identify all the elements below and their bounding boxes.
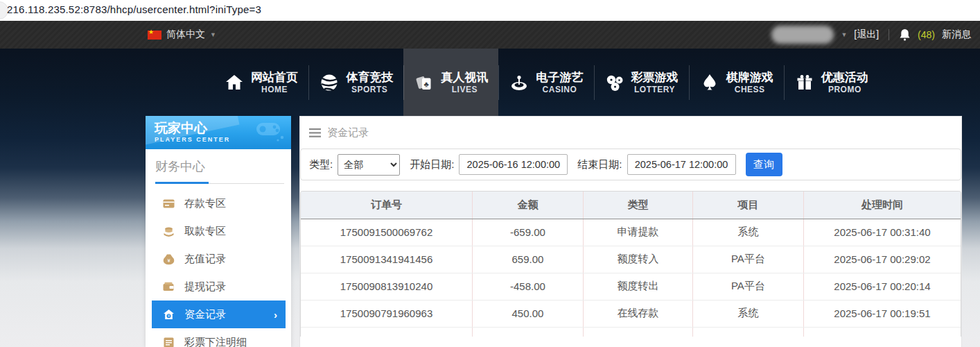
nav-label-en: CASINO (536, 85, 583, 95)
browser-url-bar: 216.118.235.52:8783/hhcp/usercenter.html… (0, 0, 980, 21)
table-header-row: 订单号 金额 类型 项目 处理时间 (301, 192, 961, 219)
cell-amount: -458.00 (473, 273, 584, 300)
sidebar-item-label: 提现记录 (184, 280, 226, 294)
menu-lines-icon (309, 128, 321, 137)
nav-item-promo[interactable]: 优惠活动 PROMO (784, 49, 879, 117)
nav-label-en: PROMO (821, 85, 868, 95)
message-count[interactable]: (48) (918, 29, 935, 40)
new-messages-link[interactable]: 新消息 (942, 28, 971, 41)
nav-label-zh: 棋牌游戏 (726, 70, 773, 85)
nav-label-en: LIVES (441, 85, 488, 95)
sports-ball-icon (319, 72, 340, 93)
username-redacted[interactable] (771, 26, 834, 44)
nav-label-en: HOME (251, 85, 298, 95)
sidebar-item-funds-records[interactable]: ¥ 资金记录 › (152, 301, 286, 328)
sidebar-player-center: 玩家中心 PLAYERS CENTER 财务中心 存款专区 (146, 116, 291, 347)
start-date-input[interactable] (459, 154, 568, 175)
nav-label-zh: 真人视讯 (441, 70, 488, 85)
cell-amount: -659.00 (473, 219, 584, 246)
cell-order-no: 1750090791960963 (301, 300, 473, 327)
cell-type: 额度转入 (583, 246, 692, 273)
funds-table: 订单号 金额 类型 项目 处理时间 1750091500069762 -659.… (300, 191, 961, 337)
main-nav: 网站首页 HOME 体育竞技 SPORTS ♣ 真人视讯 LIVES (213, 49, 879, 117)
cell-time: 2025-06-17 00:19:51 (803, 300, 961, 327)
page: 216.118.235.52:8783/hhcp/usercenter.html… (0, 0, 980, 347)
col-header-project: 项目 (692, 192, 803, 219)
sidebar-item-label: 充值记录 (184, 253, 226, 266)
cell-project: 系统 (692, 219, 803, 246)
cell-time: 2025-06-17 00:29:02 (803, 246, 961, 273)
cell-project: 系统 (692, 300, 803, 327)
end-date-input[interactable] (627, 154, 736, 175)
bell-icon[interactable] (899, 28, 911, 41)
type-select[interactable]: 全部 (338, 154, 400, 176)
sidebar-item-label: 彩票下注明细 (184, 336, 247, 347)
cell-type: 申请提款 (583, 219, 692, 246)
lottery-balls-icon (604, 72, 625, 93)
wallet-icon (162, 280, 175, 294)
cell-time: 2025-06-17 00:31:40 (803, 219, 961, 246)
start-date-label: 开始日期: (410, 158, 454, 171)
sidebar-item-recharge-records[interactable]: ¥ 充值记录 (146, 245, 291, 273)
nav-label-en: LOTTERY (631, 85, 679, 95)
nav-item-lottery[interactable]: 彩票游戏 LOTTERY (594, 49, 689, 117)
nav-label-zh: 体育竞技 (346, 70, 393, 85)
type-label: 类型: (309, 158, 333, 171)
home-icon (224, 72, 245, 93)
sidebar-item-deposit-zone[interactable]: 存款专区 (146, 189, 291, 217)
sidebar-item-withdraw-zone[interactable]: 取款专区 (146, 217, 291, 245)
hand-coins-icon (162, 225, 175, 238)
sidebar-header: 玩家中心 PLAYERS CENTER (146, 116, 291, 149)
page-url[interactable]: 216.118.235.52:8783/hhcp/usercenter.html… (7, 3, 261, 15)
top-bar: ★ 简体中文 ▼ ▼ [退出] (48) 新消息 (0, 21, 980, 49)
cell-order-no: 1750091341941456 (301, 246, 473, 273)
main-panel: 资金记录 类型: 全部 开始日期: 结束日期: 查询 订单号 (299, 116, 962, 347)
sidebar-item-label: 取款专区 (184, 225, 226, 238)
logout-link[interactable]: [退出] (854, 28, 879, 41)
cell-amount: 659.00 (473, 246, 584, 273)
sidebar-subtitle: PLAYERS CENTER (155, 136, 291, 144)
sidebar-item-withdrawal-records[interactable]: 提现记录 (146, 273, 291, 301)
table-row: 1750091341941456 659.00 额度转入 PA平台 2025-0… (301, 246, 961, 273)
chevron-down-icon[interactable]: ▼ (841, 31, 847, 38)
list-icon (162, 336, 175, 347)
nav-label-zh: 电子游艺 (536, 70, 583, 85)
divider (889, 29, 889, 40)
playing-cards-icon: ♣ (414, 72, 435, 93)
bank-coin-icon: ¥ (162, 308, 175, 321)
search-button[interactable]: 查询 (746, 153, 782, 176)
sidebar-item-lottery-bet-details[interactable]: 彩票下注明细 (146, 328, 291, 347)
nav-item-chess[interactable]: 棋牌游戏 CHESS (689, 49, 784, 117)
filter-bar: 类型: 全部 开始日期: 结束日期: 查询 (300, 149, 961, 180)
spade-icon (699, 72, 720, 93)
language-label: 简体中文 (166, 28, 205, 41)
svg-text:♣: ♣ (424, 80, 429, 88)
col-header-amount: 金额 (473, 192, 584, 219)
language-selector[interactable]: ★ 简体中文 ▼ (148, 21, 216, 49)
china-flag-icon: ★ (148, 31, 161, 40)
breadcrumb: 资金记录 (300, 117, 961, 149)
sidebar-title: 玩家中心 (155, 120, 291, 136)
nav-item-lives[interactable]: ♣ 真人视讯 LIVES (403, 49, 498, 117)
sidebar-item-label: 存款专区 (184, 197, 226, 210)
nav-label-en: SPORTS (346, 85, 393, 95)
deposit-card-icon (162, 197, 175, 210)
nav-item-sports[interactable]: 体育竞技 SPORTS (308, 49, 403, 117)
section-divider (155, 182, 284, 184)
cell-order-no: 1750091500069762 (301, 219, 473, 246)
nav-label-zh: 彩票游戏 (631, 70, 679, 85)
nav-label-zh: 优惠活动 (821, 70, 868, 85)
nav-label-en: CHESS (726, 85, 773, 95)
nav-item-casino[interactable]: 电子游艺 CASINO (498, 49, 593, 117)
cell-amount: 450.00 (473, 300, 584, 327)
table-row: 1750091500069762 -659.00 申请提款 系统 2025-06… (301, 219, 961, 246)
end-date-label: 结束日期: (577, 158, 622, 171)
col-header-time: 处理时间 (803, 192, 961, 219)
cell-project: PA平台 (692, 273, 803, 300)
col-header-order-no: 订单号 (301, 192, 473, 219)
money-bag-icon: ¥ (162, 253, 175, 266)
col-header-type: 类型 (583, 192, 692, 219)
cell-order-no: 1750090813910240 (301, 273, 473, 300)
sidebar-item-label: 资金记录 (184, 308, 226, 321)
nav-item-home[interactable]: 网站首页 HOME (213, 49, 308, 117)
